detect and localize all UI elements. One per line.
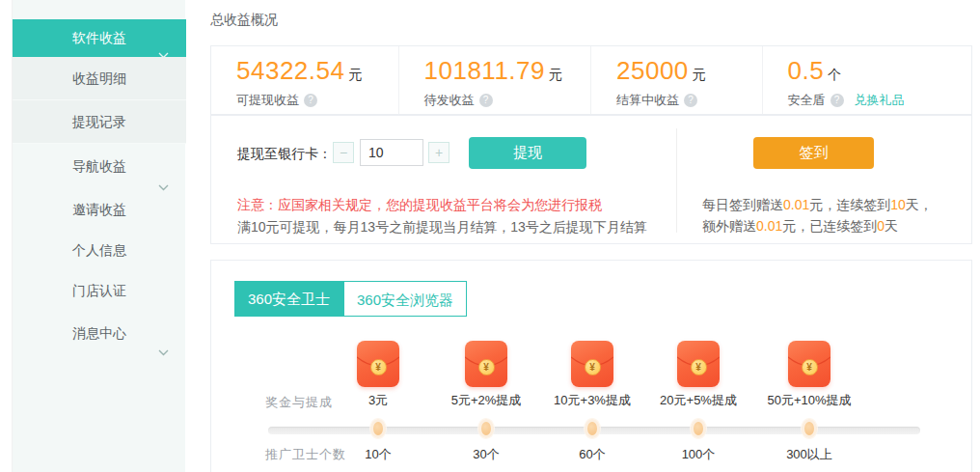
tier-count: 100个 (639, 446, 758, 463)
tier-count: 30个 (426, 446, 546, 463)
section-divider (676, 128, 677, 233)
yuan-coin-icon: ¥ (691, 359, 707, 375)
tier-progress-dot (691, 419, 706, 438)
tier-count: 300以上 (749, 446, 869, 463)
earnings-dashboard: 软件收益 收益明细 提现记录 导航收益 邀请收益 个人信息 门店认证 消息中心 … (0, 0, 980, 472)
tier-bonus: 20元+5%提成 (639, 392, 758, 409)
note-text: 额外赠送 (702, 218, 756, 234)
tier-bonus: 50元+10%提成 (749, 392, 869, 409)
tier-bonus: 10元+3%提成 (532, 392, 652, 409)
sidebar-item-label: 提现记录 (72, 114, 126, 129)
stat-label: 安全盾 (788, 92, 826, 109)
tier-progress-dot (585, 419, 600, 438)
tier-count: 60个 (532, 446, 652, 463)
sidebar-item-message-center[interactable]: 消息中心 (13, 312, 186, 354)
stat-unit: 个 (828, 67, 841, 82)
chevron-down-icon (158, 330, 169, 373)
stat-label: 结算中收益 (616, 92, 679, 109)
sidebar-item-withdraw-records[interactable]: 提现记录 (13, 100, 186, 144)
sidebar-item-personal-info[interactable]: 个人信息 (13, 230, 186, 270)
sidebar-item-label: 消息中心 (72, 325, 126, 341)
help-icon[interactable]: ? (304, 94, 317, 107)
yuan-coin-icon: ¥ (585, 359, 601, 375)
red-envelope-icon: ¥ (465, 341, 507, 387)
sidebar-item-label: 软件收益 (72, 30, 126, 45)
sidebar-item-navigation-earnings[interactable]: 导航收益 (13, 144, 186, 189)
tier-progress-dot (802, 419, 817, 438)
help-icon[interactable]: ? (479, 94, 493, 107)
note-text: 天， (906, 197, 933, 212)
sign-in-button[interactable]: 签到 (753, 137, 874, 169)
signin-bonus-note-line1: 每日签到赠送0.01元，连续签到10天， (702, 197, 933, 214)
tier-bonus: 5元+2%提成 (426, 392, 546, 409)
tier-progress-dot (370, 419, 386, 438)
tier-bonus: 3元 (318, 392, 438, 409)
tab-360-safeguard[interactable]: 360安全卫士 (234, 281, 343, 317)
signin-bonus-note-line2: 额外赠送0.01元，已连续签到0天 (702, 218, 898, 236)
sidebar-item-software-earnings[interactable]: 软件收益 (13, 19, 186, 57)
page-title: 总收益概况 (210, 12, 278, 29)
tier-envelope-5: ¥ (749, 341, 869, 387)
stat-value: 54322.54 (236, 56, 344, 85)
stat-withdrawable: 54322.54元 可提现收益? (211, 46, 398, 114)
stat-unit: 元 (549, 67, 562, 82)
tier-progress-dot (478, 419, 494, 438)
sidebar-item-earnings-detail[interactable]: 收益明细 (13, 57, 186, 100)
note-highlight: 0 (877, 218, 885, 234)
sidebar-item-label: 个人信息 (72, 242, 126, 258)
sidebar-item-label: 邀请收益 (72, 202, 126, 217)
redeem-gift-link[interactable]: 兑换礼品 (855, 92, 905, 109)
tier-count: 10个 (318, 446, 438, 463)
sidebar-item-store-certification[interactable]: 门店认证 (13, 270, 186, 312)
total-earnings-card: 54322.54元 可提现收益? 101811.79元 待发收益? 25000元… (210, 45, 972, 115)
withdraw-signin-card: 提现至银行卡： − + 提现 注意：应国家相关规定，您的提现收益平台将会为您进行… (210, 115, 972, 244)
yuan-coin-icon: ¥ (802, 359, 818, 375)
stat-settling: 25000元 结算中收益? (590, 46, 762, 114)
stat-unit: 元 (348, 67, 362, 82)
note-highlight: 0.01 (783, 197, 809, 212)
note-text: 元，已连续签到 (782, 218, 877, 234)
withdraw-button[interactable]: 提现 (469, 137, 586, 169)
yuan-coin-icon: ¥ (370, 359, 387, 375)
promotion-tiers-card: 360安全卫士 360安全浏览器 ¥ ¥ ¥ ¥ (210, 260, 972, 472)
sidebar: 软件收益 收益明细 提现记录 导航收益 邀请收益 个人信息 门店认证 消息中心 (12, 0, 185, 472)
tax-notice: 注意：应国家相关规定，您的提现收益平台将会为您进行报税 (237, 197, 602, 214)
note-text: 天 (885, 218, 898, 234)
increase-amount-button[interactable]: + (428, 142, 449, 163)
note-text: 每日签到赠送 (702, 197, 783, 212)
withdraw-rules-note: 满10元可提现，每月13号之前提现当月结算，13号之后提现下月结算 (237, 219, 647, 236)
decrease-amount-button[interactable]: − (333, 142, 354, 163)
tab-360-browser[interactable]: 360安全浏览器 (343, 281, 467, 317)
sidebar-item-label: 导航收益 (72, 158, 126, 174)
tier-envelope-2: ¥ (426, 341, 546, 387)
stat-value: 0.5 (788, 56, 825, 85)
stat-security-shield: 0.5个 安全盾?兑换礼品 (762, 46, 971, 114)
tier-envelope-3: ¥ (532, 341, 652, 387)
yuan-coin-icon: ¥ (478, 359, 495, 375)
note-highlight: 10 (890, 197, 906, 212)
stat-label: 可提现收益 (236, 92, 299, 109)
sidebar-item-label: 门店认证 (72, 283, 126, 298)
stat-label: 待发收益 (424, 92, 475, 109)
note-highlight: 0.01 (756, 218, 782, 234)
withdraw-to-bank-label: 提现至银行卡： (237, 146, 332, 163)
stat-unit: 元 (693, 67, 706, 82)
help-icon[interactable]: ? (684, 94, 697, 107)
sidebar-item-invite-earnings[interactable]: 邀请收益 (13, 189, 186, 230)
sidebar-item-label: 收益明细 (72, 70, 126, 86)
help-icon[interactable]: ? (830, 94, 844, 107)
red-envelope-icon: ¥ (788, 341, 830, 387)
stat-value: 101811.79 (424, 56, 545, 85)
stat-pending: 101811.79元 待发收益? (398, 46, 591, 114)
stat-value: 25000 (616, 56, 689, 85)
red-envelope-icon: ¥ (571, 341, 613, 387)
tier-envelope-4: ¥ (639, 341, 758, 387)
note-text: 元，连续签到 (809, 197, 890, 212)
withdraw-amount-input[interactable] (360, 139, 423, 166)
red-envelope-icon: ¥ (357, 341, 399, 387)
red-envelope-icon: ¥ (677, 341, 720, 387)
product-tabs: 360安全卫士 360安全浏览器 (234, 281, 467, 317)
tier-envelope-1: ¥ (318, 341, 438, 387)
